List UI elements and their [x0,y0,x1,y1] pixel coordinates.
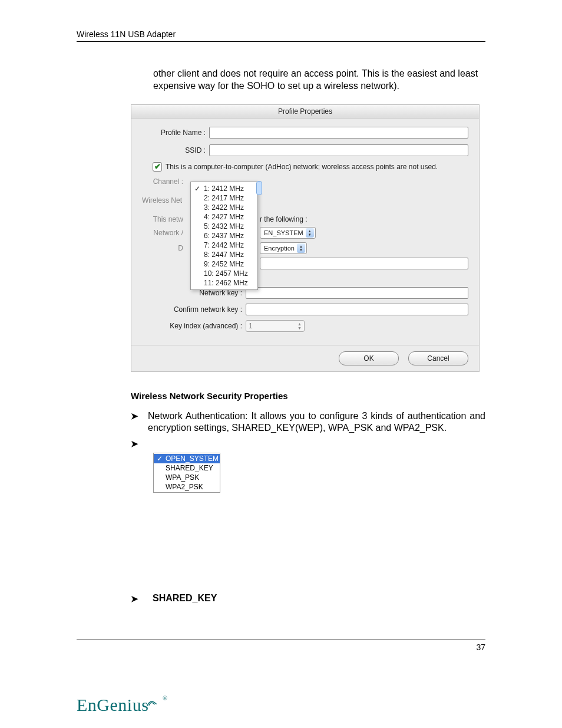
bullet-arrow-icon: ➤ [131,594,138,604]
wave-icon [144,696,159,710]
encryption-value: Encryption [264,245,295,252]
channel-option[interactable]: 7: 2442 MHz [191,241,257,250]
network-key-input[interactable] [246,287,468,299]
encryption-select[interactable]: Encryption ▲▼ [260,242,307,254]
page-number: 37 [77,640,485,652]
following-cut: r the following : [260,215,308,223]
network-key-label: Network key : [142,289,246,297]
ssid-input[interactable] [209,144,468,156]
bullet-arrow-icon: ➤ [131,439,138,449]
ssid-label: SSID : [142,146,209,154]
network-a-cut: Network / [142,229,183,237]
channel-option[interactable]: 5: 2432 MHz [191,222,257,231]
channel-option[interactable]: 4: 2427 MHz [191,212,257,222]
channel-option[interactable]: 10: 2457 MHz [191,269,257,278]
channel-option[interactable]: 3: 2422 MHz [191,203,257,212]
auth-option[interactable]: SHARED_KEY [154,463,220,473]
auth-option[interactable]: WPA_PSK [154,473,220,482]
bullet-arrow-icon: ➤ [131,411,138,421]
key-index-label: Key index (advanced) : [142,322,246,330]
confirm-key-input[interactable] [246,304,468,315]
encryption-extra-input[interactable] [260,258,468,269]
ok-button[interactable]: OK [339,351,399,365]
auth-options-menu: OPEN_SYSTEM SHARED_KEY WPA_PSK WPA2_PSK [153,453,220,493]
adhoc-label: This is a computer-to-computer (AdHoc) n… [166,163,438,171]
channel-option[interactable]: 8: 2447 MHz [191,250,257,259]
profile-name-input[interactable] [209,127,468,139]
adhoc-checkbox[interactable]: ✔ [153,162,162,172]
confirm-key-label: Confirm network key : [142,305,246,314]
select-arrows-icon: ▲▼ [297,243,305,253]
channel-label: Channel : [142,177,186,186]
channel-option[interactable]: 9: 2452 MHz [191,259,257,269]
this-netw-cut: This netw [142,215,183,223]
logo-text: EnGenius [77,695,148,714]
intro-paragraph: other client and does not require an acc… [153,68,485,93]
key-index-stepper[interactable]: 1 ▲▼ [246,320,305,332]
d-cut: D [142,244,183,252]
auth-option[interactable]: WPA2_PSK [154,482,220,492]
bullet-net-auth: Network Authentication: It allows you to… [148,410,485,435]
key-index-value: 1 [249,322,253,330]
channel-option[interactable]: 11: 2462 MHz [191,278,257,288]
cancel-button[interactable]: Cancel [408,351,468,365]
channel-option[interactable]: 1: 2412 MHz [191,184,257,193]
profile-properties-dialog: Profile Properties Profile Name : SSID :… [131,104,480,372]
dialog-title: Profile Properties [131,105,479,118]
stepper-arrows-icon: ▲▼ [297,322,302,330]
auth-system-value: EN_SYSTEM [264,229,303,236]
registered-icon: ® [163,695,167,701]
channel-popup: 1: 2412 MHz 2: 2417 MHz 3: 2422 MHz 4: 2… [190,182,258,290]
channel-option[interactable]: 2: 2417 MHz [191,193,257,203]
engenius-logo: EnGenius ® [77,695,167,715]
auth-system-select[interactable]: EN_SYSTEM ▲▼ [260,227,316,239]
profile-name-label: Profile Name : [142,129,209,137]
select-arrows-icon: ▲▼ [306,228,314,238]
bullet-shared-key: SHARED_KEY [153,593,217,604]
section-heading: Wireless Network Security Properties [131,391,485,401]
auth-option[interactable]: OPEN_SYSTEM [154,454,220,463]
channel-option[interactable]: 6: 2437 MHz [191,231,257,241]
page-header: Wireless 11N USB Adapter [77,29,485,42]
wireless-net-cut: Wireless Net [142,196,183,205]
